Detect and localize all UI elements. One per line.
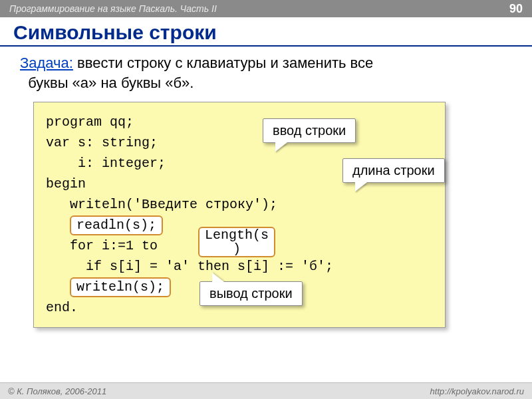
callout-output: вывод строки [200, 281, 303, 306]
code-line2: var s: string; [46, 135, 158, 150]
slide-title: Символьные строки [0, 17, 532, 47]
task-text: Задача: ввести строку с клавиатуры и зам… [0, 47, 532, 96]
code-line3: i: integer; [46, 156, 166, 171]
task-line1: ввести строку с клавиатуры и заменить вс… [73, 55, 373, 71]
length-text-top: Length(s [205, 227, 269, 243]
footer-url: http://kpolyakov.narod.ru [430, 386, 524, 396]
code-line7-pre: for i:=1 to [46, 238, 166, 253]
code-line1: program qq; [46, 114, 134, 130]
task-line2: буквы «а» на буквы «б». [28, 74, 194, 91]
callout-length: длина строки [342, 158, 445, 183]
footer: © К. Поляков, 2006-2011 http://kpolyakov… [0, 382, 532, 399]
highlight-length: Length(s ) [198, 227, 275, 257]
copyright: © К. Поляков, 2006-2011 [8, 386, 106, 396]
callout-input: ввод строки [263, 118, 356, 143]
code-area: program qq; var s: string; i: integer; b… [33, 102, 446, 328]
code-line8: if s[i] = 'а' then s[i] := 'б'; [46, 259, 333, 274]
highlight-readln: readln(s); [70, 215, 163, 235]
code-line5: writeln('Введите строку'); [46, 197, 277, 212]
length-text-bot: ) [233, 241, 241, 257]
slide: Программирование на языке Паскаль. Часть… [0, 0, 532, 399]
code-line4: begin [46, 176, 86, 192]
highlight-writeln: writeln(s); [70, 277, 171, 297]
page-number: 90 [509, 2, 523, 16]
course-title: Программирование на языке Паскаль. Часть… [9, 3, 217, 14]
code-line10: end. [46, 300, 78, 315]
top-bar: Программирование на языке Паскаль. Часть… [0, 0, 532, 17]
task-label: Задача: [20, 55, 73, 71]
